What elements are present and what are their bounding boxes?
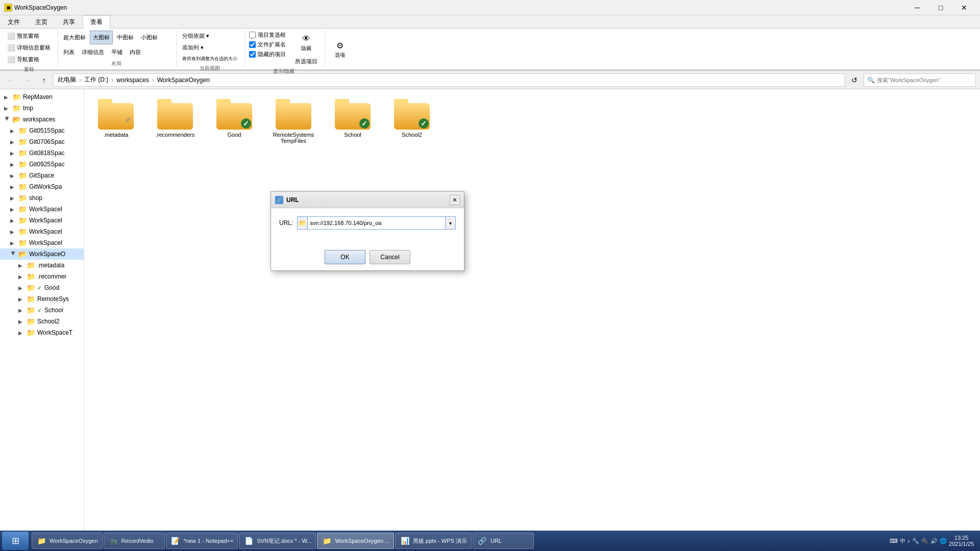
taskbar-btn-label: RecordVedio [121,538,154,544]
taskbar-pptx-icon: 📊 [400,536,410,546]
taskbar: ⊞ 📁 WorkSpaceOxygen 📹 RecordVedio 📝 *new… [0,531,980,551]
dialog-dropdown-btn[interactable]: ▾ [445,217,455,229]
taskbar-btn-workspace[interactable]: 📁 WorkSpaceOxygen [32,533,103,549]
dialog-icon: 🔗 [275,196,283,204]
taskbar-btn-workspace2[interactable]: 📁 WorkSpaceOxygen ... [317,533,394,549]
taskbar-btn-url[interactable]: 🔗 URL [473,533,534,549]
dialog-body: URL: 📁 ▾ [271,208,464,246]
dialog-ok-button[interactable]: OK [325,250,365,264]
tray-icon-6: 🔊 [930,538,938,544]
dialog-footer: OK Cancel [271,246,464,270]
start-icon: ⊞ [12,535,19,546]
taskbar-btn-label: SVN笔记.docx * - W... [257,537,311,545]
url-dialog: 🔗 URL ✕ URL: 📁 ▾ OK Cancel [271,191,464,271]
tray-icon-2: 中 [900,537,905,545]
tray-time[interactable]: 13:25 2021/1/25 [949,535,974,547]
dialog-title-text: URL [286,196,299,204]
tray-icon-5: 🔌 [921,538,928,544]
taskbar-btn-label: *new 1 - Notepad++ [184,538,234,544]
taskbar-btn-svn[interactable]: 📄 SVN笔记.docx * - W... [239,533,316,549]
start-button[interactable]: ⊞ [2,532,29,550]
dialog-close-button[interactable]: ✕ [450,195,460,205]
tray-time-text: 13:25 [954,535,969,541]
taskbar-url-icon: 🔗 [477,536,487,546]
dialog-overlay: 🔗 URL ✕ URL: 📁 ▾ OK Cancel [0,0,980,551]
dialog-title: 🔗 URL [275,196,299,204]
taskbar-btn-label: URL [491,538,502,544]
taskbar-btn-pptx[interactable]: 📊 黑板.pptx - WPS 演示 [395,533,472,549]
system-tray: ⌨ 中 ♪ 🔧 🔌 🔊 🌐 13:25 2021/1/25 [886,535,978,547]
taskbar-video-icon: 📹 [108,536,118,546]
taskbar-btn-notepad[interactable]: 📝 *new 1 - Notepad++ [166,533,238,549]
taskbar-btn-label: 黑板.pptx - WPS 演示 [413,537,467,545]
dialog-folder-icon: 📁 [298,217,308,229]
taskbar-folder-icon: 📁 [36,536,46,546]
dialog-url-row: URL: 📁 ▾ [279,216,456,230]
dialog-url-input[interactable] [308,217,445,229]
taskbar-notepad-icon: 📝 [170,536,181,546]
tray-icon-4: 🔧 [912,538,919,544]
dialog-input-wrap: 📁 ▾ [297,216,456,230]
taskbar-btn-label: WorkSpaceOxygen ... [335,538,389,544]
dialog-title-bar: 🔗 URL ✕ [271,192,464,208]
taskbar-btn-label: WorkSpaceOxygen [50,538,98,544]
dialog-cancel-button[interactable]: Cancel [370,250,410,264]
tray-date-text: 2021/1/25 [949,541,974,547]
tray-icon-1: ⌨ [890,538,898,544]
taskbar-folder2-icon: 📁 [322,536,332,546]
taskbar-btn-recordvedio[interactable]: 📹 RecordVedio [104,533,165,549]
taskbar-svn-icon: 📄 [243,536,254,546]
dialog-url-label: URL: [279,219,293,227]
tray-icon-3: ♪ [908,538,911,544]
tray-icon-7: 🌐 [940,538,947,544]
